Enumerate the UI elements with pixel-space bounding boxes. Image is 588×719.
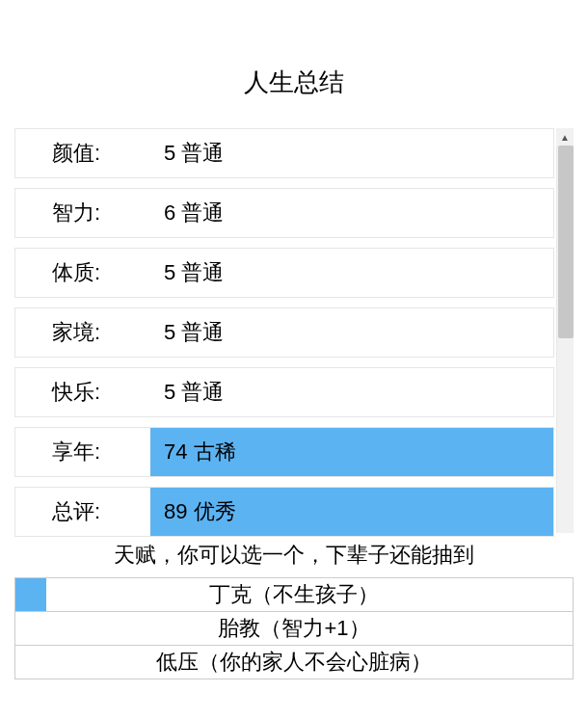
stat-label: 体质: [15,249,150,297]
stat-value-highlight: 89 优秀 [150,488,553,536]
stat-label: 总评: [15,488,150,536]
talent-option[interactable]: 低压（你的家人不会心脏病） [14,645,574,679]
scrollbar-track[interactable]: ▲ [556,128,574,533]
talent-selected-mark [15,578,46,611]
talent-heading: 天赋，你可以选一个，下辈子还能抽到 [14,541,574,570]
stat-row: 体质: 5 普通 [14,248,554,298]
stat-row: 快乐: 5 普通 [14,367,554,417]
stat-row: 颜值: 5 普通 [14,128,554,178]
stats-scroll-area: 颜值: 5 普通 智力: 6 普通 体质: 5 普通 家境: 5 普通 快乐: … [14,128,574,533]
stat-value: 5 普通 [150,368,553,416]
stat-value: 5 普通 [150,308,553,357]
stat-row: 家境: 5 普通 [14,307,554,358]
stat-label: 享年: [15,428,150,476]
stat-label: 智力: [15,189,150,237]
talent-option[interactable]: 丁克（不生孩子） [14,577,574,612]
scrollbar-thumb[interactable] [558,146,574,338]
scrollbar-arrow-up-icon[interactable]: ▲ [556,128,574,146]
page-title: 人生总结 [0,66,588,99]
stat-label: 颜值: [15,129,150,177]
stats-list: 颜值: 5 普通 智力: 6 普通 体质: 5 普通 家境: 5 普通 快乐: … [14,128,554,537]
stat-label: 快乐: [15,368,150,416]
talent-option[interactable]: 胎教（智力+1） [14,611,574,646]
stat-row: 总评: 89 优秀 [14,487,554,537]
stat-value: 5 普通 [150,249,553,297]
stat-value: 5 普通 [150,129,553,177]
stat-row: 智力: 6 普通 [14,188,554,238]
stat-row: 享年: 74 古稀 [14,427,554,477]
talent-label: 丁克（不生孩子） [209,580,379,609]
talent-label: 低压（你的家人不会心脏病） [156,648,432,677]
talent-section: 天赋，你可以选一个，下辈子还能抽到 丁克（不生孩子） 胎教（智力+1） 低压（你… [14,541,574,679]
talent-label: 胎教（智力+1） [218,614,369,643]
stat-label: 家境: [15,308,150,357]
stat-value: 6 普通 [150,189,553,237]
stat-value-highlight: 74 古稀 [150,428,553,476]
